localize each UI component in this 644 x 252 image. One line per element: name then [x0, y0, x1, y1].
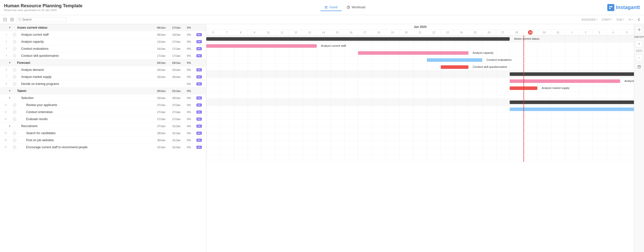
row-num: 17 — [2, 146, 7, 148]
expand-icon[interactable]: ▾ — [7, 96, 12, 99]
settings-button[interactable] — [636, 26, 643, 33]
task-name: Conduct evaluations — [17, 47, 154, 51]
task-pct: 0% — [184, 96, 194, 99]
task-due: 17/Jan — [169, 54, 184, 57]
search-box[interactable] — [16, 17, 66, 22]
gantt-bar[interactable] — [427, 58, 482, 62]
gantt-day: 12 — [289, 30, 303, 35]
gantt-body: Asses current status:Analyze current sta… — [206, 35, 634, 162]
gantt-bar[interactable] — [510, 72, 634, 76]
gantt-day: 2 — [579, 30, 593, 35]
task-due: 17/Jan — [169, 26, 184, 29]
gantt-bar[interactable] — [510, 100, 634, 104]
gantt-row: Recruitment — [206, 134, 634, 141]
task-start: 27/Jan — [154, 118, 169, 121]
gantt-bar-label: Analyze demand — [624, 79, 634, 82]
settings-icon — [637, 28, 641, 31]
gantt-month: Jan 2020 — [206, 24, 634, 30]
gantt-bar[interactable] — [510, 79, 620, 83]
task-pct: 0% — [184, 61, 194, 64]
check-circle[interactable] — [12, 47, 17, 51]
gantt-day: 28 — [510, 30, 524, 35]
expand-icon[interactable]: ▾ — [7, 125, 12, 127]
expand-icon[interactable]: ▾ — [7, 26, 12, 29]
svg-line-13 — [20, 20, 21, 21]
gantt-bar[interactable] — [358, 51, 468, 55]
search-input[interactable] — [22, 18, 64, 21]
days-select[interactable]: DAYS ▾ — [634, 35, 644, 38]
back-button[interactable] — [636, 17, 642, 23]
check-circle[interactable] — [12, 68, 17, 72]
check-circle[interactable] — [12, 103, 17, 107]
task-start: 20/Jan — [154, 89, 169, 92]
check-circle[interactable] — [12, 138, 17, 142]
task-pct: 0% — [184, 68, 194, 71]
zoom-in-button[interactable]: + — [636, 40, 643, 47]
task-list: ▾Asses current status:06/Jan17/Jan0%1Ana… — [0, 24, 206, 252]
gantt-day: 14 — [317, 30, 331, 35]
collapse-all-button[interactable] — [9, 17, 15, 23]
header-right: Instagantt — [607, 4, 640, 11]
check-circle[interactable] — [12, 33, 17, 36]
gantt-row: Post on job websites — [206, 148, 634, 155]
task-name: Decide on training programs — [17, 82, 154, 86]
gantt-row: Review your applicants — [206, 113, 634, 120]
task-row: ▾Recruitment27/Jan31/Jan0%NN — [0, 123, 206, 130]
gantt-day: 8 — [234, 30, 248, 35]
svg-rect-0 — [325, 6, 328, 7]
start-col-header: START ▾ — [600, 18, 615, 21]
check-circle[interactable] — [12, 145, 17, 149]
task-pct: 0% — [184, 111, 194, 114]
assignee-badge: NN — [194, 139, 204, 142]
check-circle[interactable] — [12, 82, 17, 86]
check-circle[interactable] — [12, 75, 17, 79]
assignee-badge: NN — [194, 146, 204, 149]
task-pct: 0% — [184, 54, 194, 57]
logo: Instagantt — [607, 4, 640, 11]
svg-point-26 — [13, 146, 16, 149]
assignee-badge: NN — [194, 82, 204, 85]
gantt-day: 20 — [399, 30, 413, 35]
task-pct: 0% — [184, 47, 194, 50]
task-row: 7Analyze market supply20/Jan20/Jan0%NN — [0, 73, 206, 80]
gantt-bar[interactable] — [206, 37, 510, 41]
check-circle[interactable] — [12, 110, 17, 114]
zoom-out-button[interactable]: − — [636, 54, 643, 61]
table-view-button[interactable] — [636, 63, 643, 70]
task-start: 27/Jan — [154, 104, 169, 107]
svg-rect-4 — [609, 6, 611, 7]
task-row: 3Conduct evaluations16/Jan17/Jan0%NN — [0, 45, 206, 52]
gantt-bar[interactable] — [206, 44, 317, 48]
pct-col-header: % ▾ — [626, 18, 635, 21]
gantt-row: Asses current status: — [206, 35, 634, 42]
days-label: DAYS — [634, 35, 642, 38]
row-num: 11 — [2, 104, 7, 106]
task-due: 31/Jan — [169, 146, 184, 149]
task-due: 24/Jan — [169, 61, 184, 64]
gantt-day: 15 — [331, 30, 344, 35]
expand-icon[interactable]: ▾ — [7, 89, 12, 92]
task-start: 13/Jan — [154, 40, 169, 43]
task-start: 06/Jan — [154, 26, 169, 29]
gantt-nav-button[interactable]: Gantt — [320, 4, 342, 11]
gantt-bar[interactable] — [441, 65, 468, 69]
check-circle[interactable] — [12, 131, 17, 135]
check-circle[interactable] — [12, 40, 17, 43]
task-name: Conduct enterviews — [17, 110, 154, 114]
main-content: ▾Asses current status:06/Jan17/Jan0%1Ana… — [0, 24, 644, 252]
task-name: Evaluate results — [17, 117, 154, 121]
expand-all-button[interactable] — [2, 17, 8, 23]
gantt-day: 5 — [620, 30, 634, 35]
svg-point-27 — [639, 29, 640, 30]
gantt-day: 24 — [455, 30, 468, 35]
task-pct: 0% — [184, 26, 194, 29]
gantt-day: 21 — [413, 30, 427, 35]
expand-icon[interactable]: ▾ — [7, 61, 12, 64]
days-chevron: ▾ — [642, 35, 644, 38]
gantt-bar[interactable] — [510, 108, 634, 111]
gantt-row: Conduct skill questionnaires — [206, 64, 634, 71]
workload-nav-button[interactable]: Workload — [343, 4, 370, 11]
check-circle[interactable] — [12, 54, 17, 58]
check-circle[interactable] — [12, 117, 17, 121]
workload-icon — [347, 6, 350, 9]
